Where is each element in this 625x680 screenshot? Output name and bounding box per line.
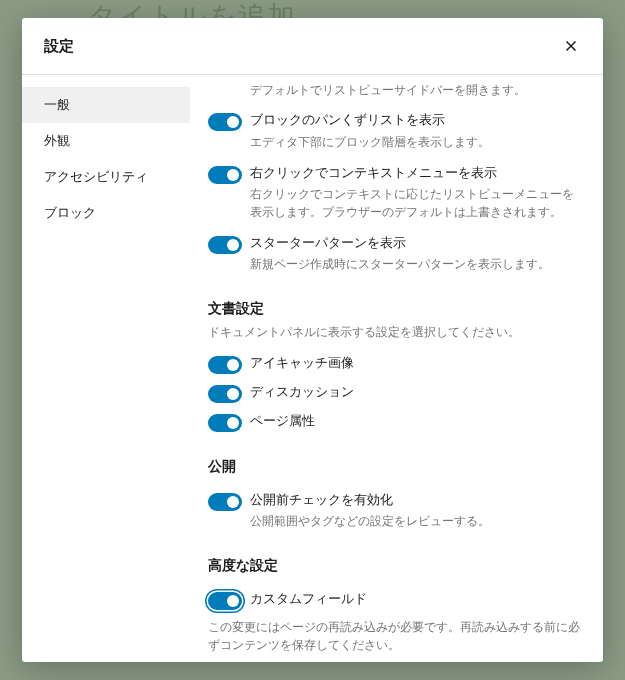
doc-settings-heading: 文書設定 (208, 300, 583, 318)
setting-breadcrumbs: ブロックのパンくずリストを表示エディタ下部にブロック階層を表示します。 (208, 112, 583, 151)
setting-featured-image: アイキャッチ画像 (208, 355, 583, 374)
listview-default-desc: デフォルトでリストビューサイドバーを開きます。 (208, 83, 583, 98)
doc-settings-desc: ドキュメントパネルに表示する設定を選択してください。 (208, 324, 583, 341)
label-featured-image: アイキャッチ画像 (250, 355, 583, 373)
toggle-context-menu[interactable] (208, 166, 242, 184)
setting-prepublish-check: 公開前チェックを有効化公開範囲やタグなどの設定をレビューする。 (208, 492, 583, 531)
publish-heading: 公開 (208, 458, 583, 476)
close-icon (562, 37, 580, 55)
label-custom-fields: カスタムフィールド (250, 591, 583, 609)
label-breadcrumbs: ブロックのパンくずリストを表示 (250, 112, 583, 130)
label-starter-patterns: スターターパターンを表示 (250, 235, 583, 253)
settings-content[interactable]: デフォルトでリストビューサイドバーを開きます。 ブロックのパンくずリストを表示エ… (190, 75, 603, 662)
label-discussion: ディスカッション (250, 384, 583, 402)
label-prepublish-check: 公開前チェックを有効化 (250, 492, 583, 510)
toggle-custom-fields[interactable] (208, 592, 242, 610)
setting-starter-patterns: スターターパターンを表示新規ページ作成時にスターターパターンを表示します。 (208, 235, 583, 274)
toggle-prepublish-check[interactable] (208, 493, 242, 511)
tab-accessibility[interactable]: アクセシビリティ (22, 159, 190, 195)
desc-starter-patterns: 新規ページ作成時にスターターパターンを表示します。 (250, 256, 583, 273)
modal-header: 設定 (22, 18, 603, 75)
advanced-heading: 高度な設定 (208, 557, 583, 575)
toggle-starter-patterns[interactable] (208, 236, 242, 254)
setting-custom-fields: カスタムフィールド (208, 591, 583, 610)
setting-page-attributes: ページ属性 (208, 413, 583, 432)
modal-body: 一般外観アクセシビリティブロック デフォルトでリストビューサイドバーを開きます。… (22, 75, 603, 662)
label-page-attributes: ページ属性 (250, 413, 583, 431)
settings-tabs: 一般外観アクセシビリティブロック (22, 75, 190, 662)
desc-breadcrumbs: エディタ下部にブロック階層を表示します。 (250, 134, 583, 151)
toggle-featured-image[interactable] (208, 356, 242, 374)
tab-appearance[interactable]: 外観 (22, 123, 190, 159)
content-wrap: デフォルトでリストビューサイドバーを開きます。 ブロックのパンくずリストを表示エ… (190, 75, 603, 662)
desc-context-menu: 右クリックでコンテキストに応じたリストビューメニューを表示します。ブラウザーのデ… (250, 186, 583, 221)
modal-title: 設定 (44, 37, 74, 56)
setting-discussion: ディスカッション (208, 384, 583, 403)
tab-block[interactable]: ブロック (22, 195, 190, 231)
tab-general[interactable]: 一般 (22, 87, 190, 123)
label-context-menu: 右クリックでコンテキストメニューを表示 (250, 165, 583, 183)
custom-fields-desc: この変更にはページの再読み込みが必要です。再読み込みする前に必ずコンテンツを保存… (208, 618, 583, 655)
settings-modal: 設定 一般外観アクセシビリティブロック デフォルトでリストビューサイドバーを開き… (22, 18, 603, 662)
setting-context-menu: 右クリックでコンテキストメニューを表示右クリックでコンテキストに応じたリストビュ… (208, 165, 583, 221)
toggle-page-attributes[interactable] (208, 414, 242, 432)
toggle-breadcrumbs[interactable] (208, 113, 242, 131)
toggle-discussion[interactable] (208, 385, 242, 403)
desc-prepublish-check: 公開範囲やタグなどの設定をレビューする。 (250, 513, 583, 530)
close-button[interactable] (557, 32, 585, 60)
